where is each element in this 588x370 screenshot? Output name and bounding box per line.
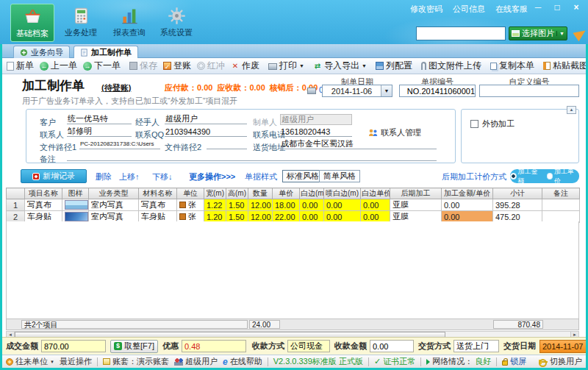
check-icon: ✓ — [374, 357, 381, 366]
tab-processing-order[interactable]: 加工制作单 — [74, 46, 138, 58]
column-config-button[interactable]: 列配置 — [373, 59, 415, 73]
nav-basic-files[interactable]: 基础档案 — [10, 4, 54, 42]
partners-menu[interactable]: 往来单位▼ — [6, 356, 54, 367]
outsource-checkbox-row[interactable]: 外协加工 — [470, 118, 514, 129]
customer-field[interactable] — [67, 114, 132, 124]
close-button[interactable]: × — [570, 2, 582, 13]
custom-number-field[interactable] — [479, 85, 579, 97]
discount-field[interactable] — [182, 340, 246, 352]
deal-amount-field[interactable] — [41, 340, 106, 352]
cell-unit[interactable]: 张 — [177, 199, 204, 211]
move-down-button[interactable]: 下移↓ — [152, 171, 173, 182]
delivery-method-field[interactable] — [453, 340, 499, 352]
register-button[interactable]: ✓登账 — [160, 59, 194, 73]
table-empty-area[interactable] — [6, 221, 579, 319]
contact-field[interactable] — [67, 127, 132, 137]
radio-on-icon[interactable] — [510, 173, 517, 179]
company-info-link[interactable]: 公司信息 — [453, 4, 485, 15]
calculator-icon — [71, 6, 91, 26]
prev-order-button[interactable]: ←上一单 — [37, 59, 80, 73]
recent-operations-button[interactable]: 最近操作 — [60, 356, 92, 367]
chevron-down-icon[interactable]: ▼ — [381, 85, 392, 96]
coin-icon — [6, 358, 13, 366]
contact-label: 联系人 — [40, 129, 64, 140]
copy-icon — [490, 63, 497, 70]
handler-field[interactable] — [165, 114, 247, 124]
round-button[interactable]: $取整[F7] — [110, 340, 158, 353]
cell-edge-price[interactable]: 0.00 — [361, 199, 390, 211]
cell-width[interactable]: 1.22 — [204, 199, 226, 211]
cell-image[interactable] — [62, 199, 89, 211]
outsource-checkbox[interactable] — [470, 120, 478, 128]
cell-height[interactable]: 1.50 — [226, 199, 248, 211]
import-export-button[interactable]: ⇄导入导出▼ — [310, 59, 370, 73]
cell-remark[interactable] — [542, 199, 580, 211]
more-operations-button[interactable]: 更多操作>>> — [189, 171, 235, 182]
cell-price[interactable]: 18.00 — [273, 199, 300, 211]
move-up-button[interactable]: 上移↑ — [119, 171, 140, 182]
printer-icon[interactable] — [307, 88, 316, 94]
cell-qty[interactable]: 12.00 — [248, 199, 273, 211]
row-image-thumbnail[interactable] — [65, 200, 88, 210]
collapse-panel-icon[interactable]: ▲ — [567, 106, 576, 114]
nav-label: 系统设置 — [160, 27, 193, 38]
path1-field[interactable] — [79, 139, 160, 149]
print-button[interactable]: 打印▼ — [265, 59, 307, 73]
cell-process-amount[interactable]: 0.00 — [442, 199, 493, 211]
row-image-thumbnail[interactable] — [65, 212, 88, 221]
maximize-button[interactable]: □ — [551, 2, 563, 13]
save-button[interactable]: 保存 — [126, 59, 160, 73]
minimize-button[interactable]: ─ — [532, 2, 544, 13]
delete-record-button[interactable]: 删除 — [96, 171, 112, 182]
path2-field[interactable] — [207, 139, 247, 149]
contact-management-button[interactable]: 联系人管理 — [368, 127, 421, 138]
status-bar: 往来单位▼ 最近操作 账套：演示账套 超级用户 e在线帮助 V2.3.0.339… — [0, 355, 588, 368]
chevron-down-icon[interactable]: ▼ — [556, 31, 564, 36]
red-flush-button[interactable]: 红冲 — [194, 59, 228, 73]
cell-spray-edge[interactable]: 0.00 — [324, 199, 361, 211]
account-set-item[interactable]: 账套：演示账套 — [103, 356, 169, 367]
add-record-button[interactable]: 新增记录 — [21, 169, 87, 183]
attachment-upload-button[interactable]: 图文附件上传 — [418, 59, 484, 73]
online-service-link[interactable]: 在线客服 — [495, 4, 528, 15]
received-field[interactable] — [370, 340, 414, 352]
change-password-link[interactable]: 修改密码 — [410, 4, 442, 15]
basket-icon — [23, 7, 43, 26]
image-path-input[interactable] — [416, 26, 506, 40]
nav-business[interactable]: 业务处理 — [59, 4, 103, 42]
qq-field[interactable] — [165, 127, 247, 137]
next-order-button[interactable]: →下一单 — [80, 59, 123, 73]
tab-business-wizard[interactable]: 业务向导 — [13, 46, 70, 58]
address-field[interactable] — [280, 139, 437, 149]
switch-user-button[interactable]: 切换用户 — [539, 356, 582, 367]
simple-style-button[interactable]: 简单风格 — [319, 170, 360, 182]
online-help-button[interactable]: e在线帮助 — [223, 356, 262, 367]
current-user-item[interactable]: 超级用户 — [174, 356, 218, 367]
void-button[interactable]: ✕作废 — [228, 59, 262, 73]
doc-number-field[interactable] — [399, 85, 476, 97]
cell-project[interactable]: 写真布 — [25, 199, 62, 211]
standard-style-button[interactable]: 标准风格 — [282, 170, 323, 182]
select-image-button[interactable]: 选择图片 ▼ — [509, 26, 567, 40]
paste-screenshot-button[interactable]: 粘贴截图 — [540, 59, 588, 73]
radio-off-icon[interactable] — [547, 173, 553, 179]
radio-process-unit-price[interactable]: 加工单价 — [547, 167, 580, 186]
new-order-button[interactable]: 新单 — [4, 59, 37, 73]
pay-method-field[interactable] — [287, 340, 330, 352]
nav-settings[interactable]: 系统设置 — [154, 4, 198, 42]
phone-field[interactable] — [280, 127, 352, 137]
cell-material[interactable]: 写真布 — [139, 199, 177, 211]
horn-icon[interactable] — [573, 26, 588, 41]
radio-process-amount[interactable]: 加工金额 — [510, 167, 543, 186]
remark-field[interactable] — [67, 151, 437, 161]
cell-post-process[interactable]: 亚膜 — [390, 199, 442, 211]
arrow-left-icon: ← — [40, 62, 49, 71]
lock-screen-button[interactable]: 锁屏 — [502, 356, 526, 367]
delivery-date-select[interactable]: 2014-11-07 ▼ — [539, 340, 588, 353]
cell-biztype[interactable]: 室内写真 — [89, 199, 139, 211]
nav-reports[interactable]: 报表查询 — [107, 4, 151, 42]
cell-edge[interactable]: 0.00 — [300, 199, 324, 211]
doc-style-label[interactable]: 单据样式 — [245, 171, 277, 182]
order-date-field[interactable]: 2014-11-06 ▼ — [322, 85, 392, 97]
copy-order-button[interactable]: 复制本单 — [487, 59, 537, 73]
